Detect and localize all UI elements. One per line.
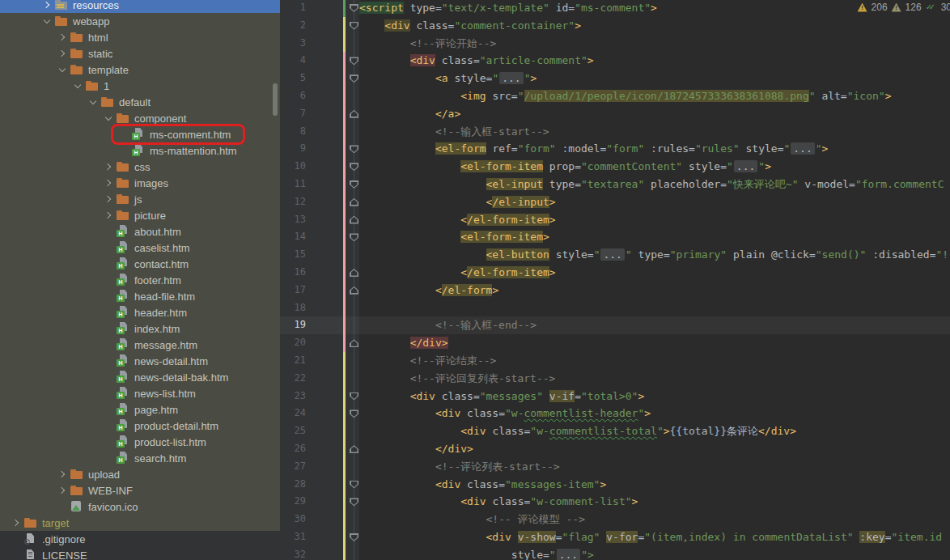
tree-item-ms-comment-htm[interactable]: ms-comment.htm — [0, 126, 280, 142]
code-line[interactable]: </el-form-item> — [359, 211, 556, 229]
code-line[interactable]: <a style="..."> — [359, 70, 536, 87]
code-line[interactable]: <!--评论结束--> — [359, 352, 496, 370]
line-number[interactable]: 12 — [280, 193, 306, 211]
fold-region-start-icon[interactable] — [350, 145, 358, 153]
tree-item-about-htm[interactable]: about.htm — [0, 223, 280, 240]
fold-region-start-icon[interactable] — [350, 22, 358, 30]
fold-region-end-icon[interactable] — [350, 445, 358, 453]
tree-item-header-htm[interactable]: header.htm — [0, 304, 280, 320]
line-number[interactable]: 1 — [280, 0, 306, 17]
code-line[interactable]: <el-form-item prop="commentContent" styl… — [359, 158, 771, 176]
fold-region-start-icon[interactable] — [350, 481, 358, 489]
line-number[interactable]: 13 — [280, 211, 306, 229]
tree-item-web-inf[interactable]: WEB-INF — [0, 482, 280, 498]
tree-item-upload[interactable]: upload — [0, 466, 280, 482]
chevron-closed-icon[interactable] — [54, 488, 70, 493]
line-number[interactable]: 18 — [280, 299, 306, 317]
line-number[interactable]: 10 — [280, 158, 306, 176]
line-number[interactable]: 5 — [280, 70, 306, 87]
code-line[interactable]: <div class="w-commentlist-header"> — [359, 405, 651, 422]
fold-region-start-icon[interactable] — [350, 163, 358, 171]
line-number[interactable]: 3 — [280, 35, 306, 53]
chevron-closed-icon[interactable] — [100, 164, 116, 169]
tree-item-component[interactable]: component — [0, 110, 280, 126]
line-number[interactable]: 21 — [280, 352, 306, 370]
tree-item-1[interactable]: 1 — [0, 78, 280, 94]
fold-region-start-icon[interactable] — [350, 180, 358, 189]
fold-region-end-icon[interactable] — [350, 286, 358, 295]
fold-region-start-icon[interactable] — [350, 74, 358, 83]
tree-item-index-htm[interactable]: index.htm — [0, 320, 280, 337]
line-number[interactable]: 22 — [280, 370, 306, 388]
chevron-closed-icon[interactable] — [8, 520, 23, 525]
fold-region-end-icon[interactable] — [350, 216, 358, 224]
chevron-closed-icon[interactable] — [54, 51, 70, 56]
chevron-open-icon[interactable] — [100, 117, 116, 120]
line-number[interactable]: 28 — [280, 476, 306, 494]
line-number[interactable]: 9 — [280, 140, 306, 158]
code-line[interactable]: <div class="messages-item"> — [359, 476, 606, 494]
code-line[interactable]: </div> — [359, 440, 473, 458]
code-line[interactable]: <div class="w-commentlist-total">{{total… — [359, 422, 796, 440]
fold-region-start-icon[interactable] — [350, 392, 358, 401]
code-line[interactable]: <div class="w-comment-list"> — [359, 493, 638, 511]
fold-region-end-icon[interactable] — [350, 339, 358, 347]
tree-item-head-file-htm[interactable]: head-file.htm — [0, 288, 280, 304]
fold-region-start-icon[interactable] — [350, 498, 358, 506]
line-number[interactable]: 26 — [280, 440, 306, 458]
line-number[interactable]: 4 — [280, 52, 306, 70]
tree-item-license[interactable]: LICENSE — [0, 547, 280, 560]
tree-item-product-list-htm[interactable]: product-list.htm — [0, 434, 280, 450]
line-number[interactable]: 11 — [280, 176, 306, 193]
chevron-open-icon[interactable] — [70, 84, 85, 87]
code-line[interactable]: </div> — [359, 334, 448, 352]
chevron-closed-icon[interactable] — [100, 197, 116, 202]
code-line[interactable]: <el-button style="..." type="primary" pl… — [359, 246, 948, 264]
tree-item-template[interactable]: template — [0, 62, 280, 78]
code-line[interactable]: <img src="/upload/1/people/icon/18724573… — [359, 87, 891, 105]
chevron-closed-icon[interactable] — [100, 180, 116, 185]
code-line[interactable]: </el-form> — [359, 282, 498, 299]
fold-region-end-icon[interactable] — [350, 110, 358, 118]
fold-region-end-icon[interactable] — [350, 269, 358, 277]
chevron-closed-icon[interactable] — [100, 213, 116, 218]
tree-item-resources[interactable]: resources — [0, 0, 280, 13]
code-line[interactable]: </a> — [359, 105, 460, 123]
code-line[interactable]: <!--输入框-end--> — [359, 316, 536, 334]
code-line[interactable]: </el-form-item> — [359, 264, 556, 282]
tree-item-css[interactable]: css — [0, 159, 280, 175]
fold-region-start-icon[interactable] — [350, 4, 358, 12]
chevron-open-icon[interactable] — [54, 68, 70, 71]
code-line[interactable]: <!--评论回复列表-start--> — [359, 370, 555, 388]
tree-item--gitignore[interactable]: .gitignore — [0, 531, 280, 547]
line-number[interactable]: 17 — [280, 282, 306, 299]
code-line[interactable]: <script type="text/x-template" id="ms-co… — [359, 0, 657, 17]
tree-item-contact-htm[interactable]: contact.htm — [0, 256, 280, 272]
line-number[interactable]: 24 — [280, 405, 306, 422]
code-line[interactable]: <!--评论列表-start--> — [359, 458, 560, 476]
line-number[interactable]: 8 — [280, 123, 306, 141]
line-number[interactable]: 30 — [280, 511, 306, 528]
line-number[interactable]: 16 — [280, 264, 306, 282]
line-number[interactable]: 2 — [280, 17, 306, 35]
tree-item-news-detail-htm[interactable]: news-detail.htm — [0, 353, 280, 369]
line-number[interactable]: 23 — [280, 388, 306, 405]
tree-item-target[interactable]: target — [0, 515, 280, 531]
fold-region-start-icon[interactable] — [350, 233, 358, 241]
code-line[interactable]: <!--输入框-start--> — [359, 123, 549, 141]
code-line[interactable]: <div class="messages" v-if="total>0"> — [359, 388, 644, 405]
tree-item-search-htm[interactable]: search.htm — [0, 450, 280, 466]
tree-item-product-detail-htm[interactable]: product-detail.htm — [0, 418, 280, 434]
code-line[interactable]: <el-form ref="form" :model="form" :rules… — [359, 140, 828, 158]
tree-item-message-htm[interactable]: message.htm — [0, 337, 280, 353]
code-line[interactable]: <!-- 评论模型 --> — [359, 511, 585, 528]
fold-region-start-icon[interactable] — [350, 57, 358, 65]
code-line[interactable]: <div v-show="flag" v-for="(item,index) i… — [359, 528, 942, 546]
tree-item-js[interactable]: js — [0, 191, 280, 207]
tree-item-footer-htm[interactable]: footer.htm — [0, 272, 280, 288]
line-number[interactable]: 20 — [280, 334, 306, 352]
code-line[interactable]: style="..."> — [359, 546, 594, 560]
tree-item-default[interactable]: default — [0, 94, 280, 110]
line-number[interactable]: 15 — [280, 246, 306, 264]
code-line[interactable]: </el-input> — [359, 193, 556, 211]
